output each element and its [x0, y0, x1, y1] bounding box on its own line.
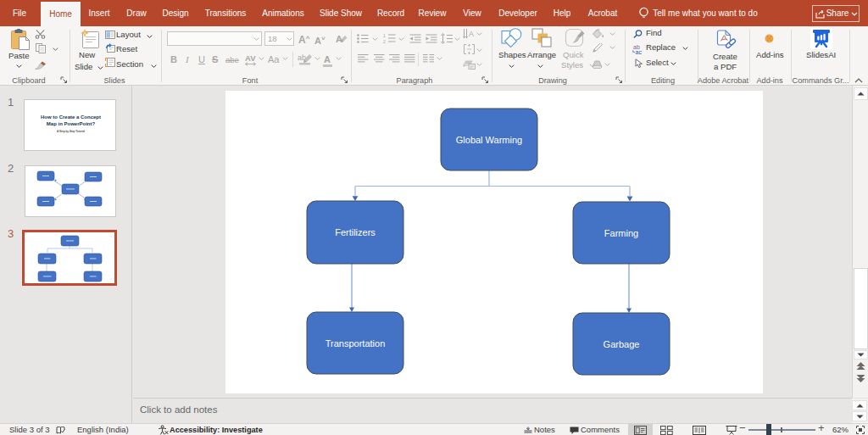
svg-text:A: A [336, 34, 342, 44]
svg-text:Global Warming: Global Warming [456, 135, 522, 145]
svg-text:Garbage: Garbage [604, 339, 640, 349]
svg-text:1: 1 [383, 33, 386, 38]
svg-text:A: A [469, 30, 474, 38]
svg-text:2: 2 [383, 39, 386, 44]
svg-text:Fertilizers: Fertilizers [335, 227, 376, 237]
svg-text:ac: ac [636, 49, 643, 54]
svg-text:Farming: Farming [604, 228, 638, 238]
svg-text:Transportation: Transportation [326, 338, 386, 349]
